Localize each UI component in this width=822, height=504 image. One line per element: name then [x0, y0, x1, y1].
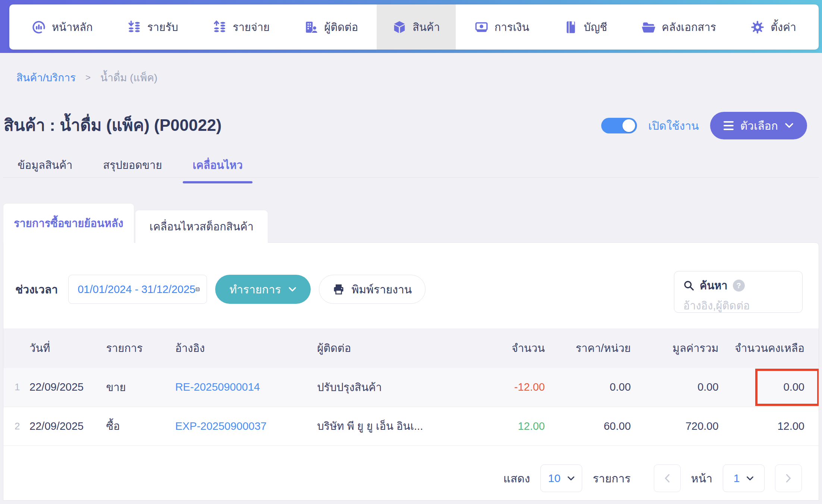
row-number: 1 [3, 368, 29, 407]
col-quantity: จำนวน [478, 328, 545, 368]
settings-icon [750, 20, 765, 34]
make-transaction-label: ทำรายการ [229, 281, 281, 298]
main-navbar: หน้าหลัก รายรับ [9, 4, 819, 50]
nav-label: รายรับ [147, 19, 178, 36]
tab-movement[interactable]: เคลื่อนไหว [187, 157, 248, 183]
options-button-label: ตัวเลือก [740, 117, 778, 135]
date-range-input[interactable]: 01/01/2024 - 31/12/2025 [68, 275, 207, 304]
dashboard-icon [32, 20, 46, 34]
documents-icon [641, 20, 656, 34]
chevron-down-icon [567, 476, 575, 481]
cell-unit-price: 0.00 [545, 368, 631, 407]
trade-history-table: วันที่ รายการ อ้างอิง ผู้ติดต่อ จำนวน รา… [3, 328, 819, 446]
col-total-value: มูลค่ารวม [631, 328, 718, 368]
items-label: รายการ [593, 470, 631, 487]
nav-item-home[interactable]: หน้าหลัก [16, 4, 109, 50]
cell-total-value: 0.00 [631, 368, 718, 407]
reference-link[interactable]: EXP-20250900037 [175, 420, 267, 432]
chevron-down-icon [288, 287, 297, 292]
subtab-stock-movement[interactable]: เคลื่อนไหวสต็อกสินค้า [135, 210, 268, 243]
print-report-label: พิมพ์รายงาน [351, 281, 412, 298]
page-size-value: 10 [548, 472, 561, 485]
menu-icon [724, 121, 734, 130]
movement-subtabs: รายการซื้อขายย้อนหลัง เคลื่อนไหวสต็อกสิน… [3, 203, 268, 243]
reference-link[interactable]: RE-20250900014 [175, 381, 260, 393]
nav-item-accounting[interactable]: บัญชี [548, 4, 623, 50]
print-report-button[interactable]: พิมพ์รายงาน [319, 275, 426, 304]
finance-icon [474, 20, 489, 34]
nav-label: การเงิน [495, 19, 529, 36]
period-label: ช่วงเวลา [15, 281, 58, 298]
page-size-select[interactable]: 10 [540, 464, 582, 492]
cell-date: 22/09/2025 [29, 407, 106, 445]
nav-label: สินค้า [412, 19, 440, 36]
title-controls: เปิดใช้งาน ตัวเลือก [601, 112, 807, 139]
cell-total-value: 720.00 [631, 407, 718, 445]
search-label: ค้นหา [700, 277, 728, 294]
breadcrumb-current: น้ำดื่ม (แพ็ค) [100, 69, 157, 86]
col-contact: ผู้ติดต่อ [317, 328, 478, 368]
pagination: แสดง 10 รายการ หน้า 1 [503, 464, 802, 492]
tabs-divider [3, 177, 819, 178]
col-remaining: จำนวนคงเหลือ [719, 328, 819, 368]
cell-type: ขาย [106, 368, 175, 407]
tab-sales-summary[interactable]: สรุปยอดขาย [98, 157, 167, 183]
nav-item-documents[interactable]: คลังเอกสาร [626, 4, 732, 50]
nav-item-settings[interactable]: ตั้งค่า [735, 4, 812, 50]
col-type: รายการ [106, 328, 175, 368]
nav-item-finance[interactable]: การเงิน [459, 4, 545, 50]
cell-quantity: 12.00 [478, 407, 545, 445]
options-button[interactable]: ตัวเลือก [710, 112, 807, 139]
nav-label: ผู้ติดต่อ [324, 19, 358, 36]
cell-type: ซื้อ [106, 407, 175, 445]
search-input[interactable]: ค้นหา ? อ้างอิง,ผู้ติดต่อ [674, 271, 803, 313]
calendar-icon [195, 283, 200, 295]
accounting-icon [564, 20, 578, 34]
nav-label: ตั้งค่า [771, 19, 796, 36]
cell-remaining: 0.00 [719, 368, 819, 407]
income-icon [127, 20, 141, 34]
col-date: วันที่ [29, 328, 106, 368]
page-label: หน้า [691, 470, 712, 487]
detail-tabs: ข้อมูลสินค้า สรุปยอดขาย เคลื่อนไหว [12, 157, 248, 183]
page-title: สินค้า : น้ำดื่ม (แพ็ค) (P00022) [4, 112, 222, 138]
next-page-button[interactable] [775, 464, 802, 492]
row-number: 2 [3, 407, 29, 445]
product-detail-page: หน้าหลัก รายรับ [0, 0, 822, 504]
contacts-icon [304, 20, 318, 34]
page-number-select[interactable]: 1 [723, 464, 765, 492]
nav-item-products[interactable]: สินค้า [377, 4, 455, 50]
subtab-trade-history[interactable]: รายการซื้อขายย้อนหลัง [3, 203, 134, 243]
cell-date: 22/09/2025 [29, 368, 106, 407]
nav-label: บัญชี [584, 19, 607, 36]
printer-icon [333, 283, 345, 295]
prev-page-button[interactable] [654, 464, 681, 492]
col-row-number [3, 328, 29, 368]
col-reference: อ้างอิง [175, 328, 317, 368]
chevron-down-icon [746, 476, 754, 481]
nav-item-expense[interactable]: รายจ่าย [197, 4, 285, 50]
date-range-value: 01/01/2024 - 31/12/2025 [78, 283, 195, 296]
trade-history-panel: ช่วงเวลา 01/01/2024 - 31/12/2025 ทำรายกา… [3, 242, 819, 501]
nav-item-contacts[interactable]: ผู้ติดต่อ [288, 4, 374, 50]
search-placeholder: อ้างอิง,ผู้ติดต่อ [683, 297, 793, 314]
table-row: 2 22/09/2025 ซื้อ EXP-20250900037 บริษัท… [3, 407, 819, 445]
make-transaction-button[interactable]: ทำรายการ [215, 275, 311, 304]
nav-item-income[interactable]: รายรับ [112, 4, 194, 50]
page-number-value: 1 [734, 472, 740, 485]
tab-product-info[interactable]: ข้อมูลสินค้า [12, 157, 78, 183]
status-toggle-label: เปิดใช้งาน [648, 117, 699, 135]
cell-contact: บริษัท พี ยู ยู เอ็น อินเ... [317, 407, 478, 445]
expense-icon [213, 20, 227, 34]
breadcrumb-parent-link[interactable]: สินค้า/บริการ [16, 69, 76, 86]
chevron-left-icon [665, 474, 670, 483]
products-icon [392, 20, 407, 34]
nav-label: หน้าหลัก [52, 19, 93, 36]
cell-quantity: -12.00 [478, 368, 545, 407]
show-label: แสดง [503, 470, 530, 487]
help-icon[interactable]: ? [733, 280, 745, 292]
chevron-right-icon [786, 474, 791, 483]
cell-contact: ปรับปรุงสินค้า [317, 368, 478, 407]
table-row: 1 22/09/2025 ขาย RE-20250900014 ปรับปรุง… [3, 368, 819, 407]
status-toggle[interactable] [601, 118, 637, 133]
